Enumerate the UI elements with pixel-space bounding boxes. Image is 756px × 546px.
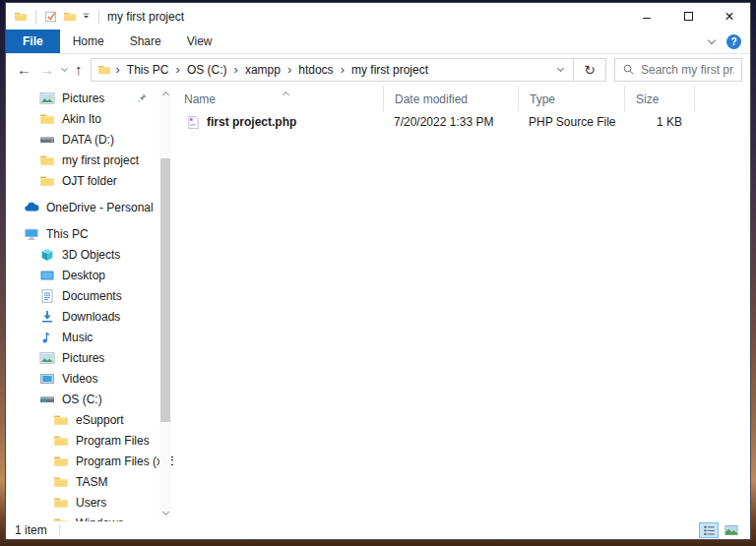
folder-icon (53, 516, 69, 522)
refresh-icon[interactable]: ↻ (574, 62, 605, 78)
sidebar-item-tasm[interactable]: TASM (6, 471, 173, 492)
explorer-body: PicturesAkin ItoDATA (D:)my first projec… (6, 85, 750, 521)
minimize-icon: – (643, 9, 651, 25)
breadcrumb-segment[interactable]: xampp (241, 63, 284, 77)
folder-icon (53, 433, 69, 449)
sidebar-item-esupport[interactable]: eSupport (6, 409, 173, 430)
sidebar-item-pictures[interactable]: Pictures (6, 347, 173, 368)
address-dropdown-icon[interactable] (548, 69, 573, 71)
ribbon-right-controls: ? (709, 30, 750, 53)
breadcrumb-segment[interactable]: This PC (123, 63, 173, 77)
breadcrumb-segment[interactable]: my first project (347, 63, 432, 77)
tab-file[interactable]: File (6, 30, 60, 53)
close-icon: × (724, 8, 733, 26)
app-folder-icon (14, 10, 28, 24)
recent-locations-icon[interactable] (61, 64, 68, 71)
scrollbar-thumb[interactable] (160, 158, 170, 422)
scroll-down-icon[interactable] (159, 508, 171, 519)
breadcrumb-segment[interactable]: htdocs (294, 63, 337, 77)
tab-view[interactable]: View (174, 30, 225, 53)
sidebar-item-windows[interactable]: Windows (6, 513, 173, 521)
file-row[interactable]: first project.php7/20/2022 1:33 PMPHP So… (173, 111, 750, 133)
folder-icon (53, 474, 69, 490)
sidebar-item-program-files[interactable]: Program Files (6, 430, 173, 451)
desktop-wallpaper: my first project – × FileHomeShareView ?… (0, 0, 756, 546)
sidebar-item-label: Users (76, 496, 106, 510)
folder-icon (53, 412, 69, 428)
file-size: 1 KB (624, 115, 695, 129)
this-pc-icon (24, 226, 39, 242)
search-input[interactable] (641, 63, 734, 77)
sidebar-item-akin-ito[interactable]: Akin Ito (6, 108, 173, 129)
sidebar-item-pictures[interactable]: Pictures (6, 88, 173, 108)
sidebar-item-onedrive-personal[interactable]: OneDrive - Personal (6, 197, 173, 217)
expand-ribbon-icon[interactable] (708, 35, 716, 43)
sidebar-item-label: Videos (62, 372, 97, 386)
forward-button[interactable]: → (39, 62, 54, 77)
column-header-name[interactable]: Name (173, 86, 383, 111)
drive-icon (39, 132, 55, 148)
sidebar-item-ojt-folder[interactable]: OJT folder (6, 170, 173, 191)
search-box[interactable] (614, 58, 742, 82)
sidebar-item-3d-objects[interactable]: 3D Objects (6, 244, 173, 265)
back-button[interactable]: ← (17, 62, 32, 77)
view-toggles (699, 522, 743, 538)
column-header-size[interactable]: Size (624, 86, 695, 111)
sidebar-item-label: Music (62, 331, 93, 344)
window-controls: – × (626, 3, 750, 30)
column-header-date-modified[interactable]: Date modified (383, 86, 518, 111)
sidebar-item-downloads[interactable]: Downloads (6, 306, 173, 327)
sidebar-item-desktop[interactable]: Desktop (6, 265, 173, 285)
sidebar-item-users[interactable]: Users (6, 492, 173, 513)
sidebar-item-label: Pictures (62, 351, 104, 365)
folder-icon (39, 152, 55, 168)
sidebar-item-os-c[interactable]: OS (C:) (6, 389, 173, 409)
sidebar-item-my-first-project[interactable]: my first project (6, 150, 173, 170)
music-icon (39, 330, 55, 345)
new-folder-icon[interactable] (63, 10, 77, 24)
up-button[interactable]: ↑ (75, 62, 83, 77)
navigation-pane: PicturesAkin ItoDATA (D:)my first projec… (6, 85, 173, 521)
os-drive-icon (39, 392, 55, 407)
sidebar-item-program-files-x86[interactable]: Program Files (x86) (6, 451, 173, 471)
properties-check-icon[interactable] (44, 10, 58, 24)
tab-share[interactable]: Share (117, 30, 174, 53)
scroll-up-icon[interactable] (159, 88, 171, 99)
sidebar-item-videos[interactable]: Videos (6, 368, 173, 389)
address-bar-right: ↻ (548, 59, 605, 81)
help-icon[interactable]: ? (726, 34, 741, 49)
quick-access-toolbar (6, 10, 102, 24)
sidebar-item-label: TASM (76, 475, 107, 489)
cube-icon (39, 247, 55, 263)
folder-icon (53, 495, 69, 511)
address-bar[interactable]: ›This PC›OS (C:)›xampp›htdocs›my first p… (91, 58, 607, 82)
pictures-icon (39, 91, 55, 106)
sidebar-item-documents[interactable]: Documents (6, 285, 173, 306)
sidebar-item-label: Pictures (62, 91, 104, 105)
customize-qat-arrow-icon[interactable] (82, 12, 91, 21)
tab-home[interactable]: Home (60, 30, 117, 53)
sidebar-item-label: eSupport (76, 413, 124, 427)
sidebar-scrollbar[interactable] (159, 88, 171, 519)
window-title: my first project (107, 10, 184, 24)
videos-icon (39, 371, 55, 387)
breadcrumb-segment[interactable]: OS (C:) (183, 63, 231, 77)
sidebar-item-this-pc[interactable]: This PC (6, 223, 173, 244)
php-file-icon (186, 115, 201, 130)
minimize-button[interactable]: – (626, 3, 667, 30)
file-type: PHP Source File (518, 115, 624, 129)
maximize-button[interactable] (667, 3, 709, 30)
sidebar-item-label: Program Files (76, 434, 150, 448)
sidebar-item-label: OJT folder (62, 174, 117, 188)
items-count: 1 item (13, 523, 47, 537)
details-view-button[interactable] (699, 522, 719, 538)
file-date-modified: 7/20/2022 1:33 PM (383, 115, 518, 129)
sidebar-item-label: Downloads (62, 310, 120, 324)
thumbnails-view-button[interactable] (722, 522, 741, 538)
sidebar-item-data-d[interactable]: DATA (D:) (6, 129, 173, 150)
close-button[interactable]: × (709, 3, 750, 30)
file-name-cell[interactable]: first project.php (173, 115, 383, 130)
breadcrumb-separator-icon: › (338, 62, 347, 77)
column-header-type[interactable]: Type (518, 86, 624, 111)
sidebar-item-music[interactable]: Music (6, 327, 173, 347)
